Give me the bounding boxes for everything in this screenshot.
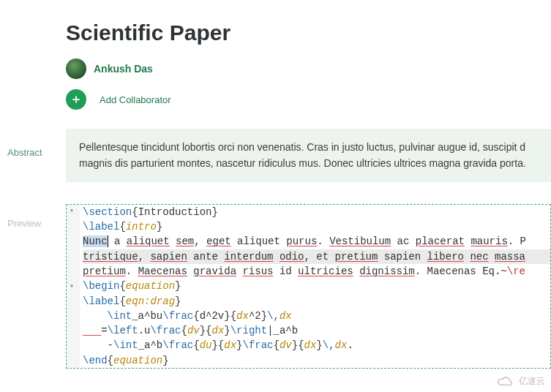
- editor-line[interactable]: \begin{equation}: [83, 279, 550, 293]
- sidebar-item-preview[interactable]: Preview: [0, 214, 66, 233]
- editor-line[interactable]: \label{intro}: [83, 219, 550, 234]
- avatar[interactable]: [66, 59, 86, 79]
- author-row: Ankush Das: [66, 59, 551, 79]
- page-title: Scientific Paper: [66, 20, 551, 45]
- editor-line[interactable]: \section{Introduction}: [83, 205, 550, 219]
- main-content: Scientific Paper Ankush Das Add Collabor…: [66, 0, 551, 369]
- editor-line[interactable]: tristique, sapien ante interdum odio, et…: [83, 249, 550, 264]
- editor-line[interactable]: -\int_a^b\frac{du}{dx}\frac{dv}{dx}\,dx.: [83, 338, 550, 353]
- add-collaborator-row: Add Collaborator: [66, 89, 551, 110]
- author-name[interactable]: Ankush Das: [94, 63, 153, 75]
- editor-line[interactable]: =\left.u\frac{dv}{dx}\right|_a^b: [83, 323, 550, 338]
- abstract-box: Pellentesque tincidunt lobortis orci non…: [66, 129, 551, 182]
- plus-icon: [71, 94, 81, 105]
- add-collaborator-button[interactable]: [66, 89, 86, 110]
- latex-editor[interactable]: ▾ ▾ \section{Introduction}\label{intro}N…: [66, 204, 551, 369]
- editor-line[interactable]: \int_a^bu\frac{d^2v}{dx^2}\,dx: [83, 309, 550, 323]
- editor-line[interactable]: Nunc a aliquet sem, eget aliquet purus. …: [83, 234, 550, 249]
- editor-line[interactable]: \end{equation}: [83, 353, 550, 368]
- sidebar-item-abstract[interactable]: Abstract: [0, 143, 66, 162]
- sidebar: Abstract Preview: [0, 0, 66, 369]
- fold-icon[interactable]: ▾: [70, 206, 74, 217]
- add-collaborator-label[interactable]: Add Collaborator: [100, 94, 171, 105]
- cloud-icon: [497, 376, 516, 388]
- fold-icon[interactable]: ▾: [70, 282, 74, 293]
- editor-line[interactable]: \label{eqn:drag}: [83, 294, 550, 309]
- editor-gutter: ▾ ▾: [67, 205, 80, 368]
- watermark: 亿速云: [497, 375, 545, 388]
- editor-line[interactable]: pretium. Maecenas gravida risus id ultri…: [83, 264, 550, 279]
